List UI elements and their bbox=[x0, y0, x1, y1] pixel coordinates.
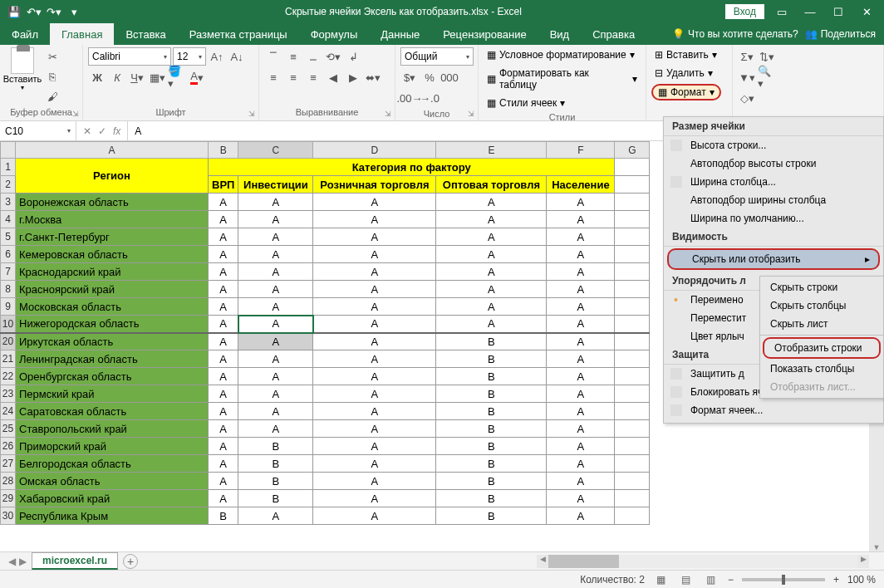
accounting-icon[interactable]: $▾ bbox=[400, 68, 419, 86]
tab-page-layout[interactable]: Разметка страницы bbox=[178, 23, 299, 45]
cell[interactable]: A bbox=[436, 194, 547, 211]
autosum-icon[interactable]: Σ▾ bbox=[738, 47, 756, 66]
cell[interactable]: A bbox=[436, 246, 547, 263]
cell[interactable]: A bbox=[209, 350, 238, 368]
cell[interactable]: A bbox=[238, 385, 313, 403]
cell[interactable] bbox=[615, 194, 650, 211]
cell[interactable] bbox=[615, 333, 650, 350]
copy-icon[interactable]: ⎘ bbox=[43, 67, 61, 86]
cell[interactable]: A bbox=[547, 263, 615, 281]
scroll-thumb[interactable] bbox=[548, 555, 619, 568]
cut-icon[interactable]: ✂ bbox=[43, 47, 61, 66]
cell[interactable]: A bbox=[313, 507, 436, 525]
cell[interactable]: A bbox=[209, 385, 238, 403]
zoom-out-icon[interactable]: − bbox=[728, 574, 734, 586]
cell[interactable]: A bbox=[238, 281, 313, 298]
cell-styles-button[interactable]: ▦Стили ячеек▾ bbox=[484, 96, 568, 110]
prev-sheet-icon[interactable]: ◀ bbox=[8, 556, 16, 567]
align-right-icon[interactable]: ≡ bbox=[304, 68, 322, 86]
increase-indent-icon[interactable]: ▶ bbox=[344, 68, 362, 86]
row-header[interactable]: 29 bbox=[1, 490, 16, 507]
ribbon-display-icon[interactable]: ▭ bbox=[771, 1, 793, 22]
cell[interactable]: A bbox=[547, 246, 615, 263]
column-header[interactable]: C bbox=[238, 142, 313, 159]
save-icon[interactable]: 💾 bbox=[7, 4, 22, 19]
decrease-font-icon[interactable]: A↓ bbox=[228, 47, 246, 66]
submenu-hide-sheet[interactable]: Скрыть лист bbox=[760, 315, 883, 333]
cell[interactable]: A bbox=[547, 228, 615, 246]
close-icon[interactable]: ✕ bbox=[856, 1, 877, 22]
align-center-icon[interactable]: ≡ bbox=[284, 68, 302, 86]
cell[interactable]: A bbox=[209, 194, 238, 211]
cell[interactable]: B bbox=[238, 473, 313, 490]
cell[interactable]: A bbox=[547, 333, 615, 350]
row-header[interactable]: 8 bbox=[1, 281, 16, 298]
align-middle-icon[interactable]: ≡ bbox=[284, 47, 302, 66]
italic-button[interactable]: К bbox=[108, 68, 126, 86]
cell[interactable]: Хабаровский край bbox=[16, 490, 209, 507]
cell[interactable]: A bbox=[313, 316, 436, 333]
enter-formula-icon[interactable]: ✓ bbox=[98, 125, 106, 137]
cell[interactable]: A bbox=[238, 194, 313, 211]
redo-icon[interactable]: ↷▾ bbox=[47, 4, 61, 19]
comma-icon[interactable]: 000 bbox=[440, 68, 459, 86]
cell[interactable]: A bbox=[209, 403, 238, 420]
cell[interactable]: A bbox=[547, 298, 615, 316]
cell[interactable]: A bbox=[313, 420, 436, 438]
share-button[interactable]: 👥 Поделиться bbox=[805, 28, 876, 40]
next-sheet-icon[interactable]: ▶ bbox=[19, 556, 27, 567]
cell[interactable]: B bbox=[436, 490, 547, 507]
cell[interactable] bbox=[615, 403, 650, 420]
submenu-unhide-sheet[interactable]: Отобразить лист... bbox=[760, 378, 883, 396]
cell[interactable]: A bbox=[209, 228, 238, 246]
bold-button[interactable]: Ж bbox=[88, 68, 106, 86]
cell[interactable]: Саратовская область bbox=[16, 403, 209, 420]
cell[interactable]: A bbox=[436, 263, 547, 281]
cell[interactable]: B bbox=[209, 507, 238, 525]
cell[interactable]: B bbox=[436, 333, 547, 350]
undo-icon[interactable]: ↶▾ bbox=[27, 4, 42, 19]
submenu-unhide-cols[interactable]: Показать столбцы bbox=[760, 360, 883, 378]
cell[interactable]: A bbox=[209, 333, 238, 350]
cell[interactable]: B bbox=[436, 455, 547, 473]
submenu-hide-rows[interactable]: Скрыть строки bbox=[760, 278, 883, 296]
row-header[interactable]: 21 bbox=[1, 350, 16, 368]
zoom-level[interactable]: 100 % bbox=[847, 574, 876, 586]
cell[interactable] bbox=[615, 246, 650, 263]
row-header[interactable]: 23 bbox=[1, 385, 16, 403]
row-header[interactable]: 6 bbox=[1, 246, 16, 263]
row-header[interactable]: 4 bbox=[1, 211, 16, 228]
page-layout-icon[interactable]: ▤ bbox=[678, 573, 695, 586]
cell[interactable]: Иркутская область bbox=[16, 333, 209, 350]
name-box[interactable]: C10▾ bbox=[0, 121, 76, 140]
tab-home[interactable]: Главная bbox=[50, 23, 114, 45]
fill-color-icon[interactable]: 🪣▾ bbox=[168, 68, 186, 86]
cell[interactable]: A bbox=[547, 211, 615, 228]
column-header[interactable]: G bbox=[615, 142, 650, 159]
increase-decimal-icon[interactable]: .00→ bbox=[400, 89, 419, 107]
column-header[interactable]: B bbox=[209, 142, 238, 159]
cell[interactable] bbox=[615, 316, 650, 333]
tab-help[interactable]: Справка bbox=[581, 23, 646, 45]
cell[interactable]: A bbox=[313, 438, 436, 455]
clear-icon[interactable]: ◇▾ bbox=[738, 89, 756, 107]
column-header[interactable]: E bbox=[436, 142, 547, 159]
cell[interactable] bbox=[615, 350, 650, 368]
cell[interactable]: A bbox=[436, 211, 547, 228]
cell[interactable]: A bbox=[547, 281, 615, 298]
cell[interactable]: A bbox=[313, 333, 436, 350]
cell[interactable]: Нижегородская область bbox=[16, 316, 209, 333]
sign-in-button[interactable]: Вход bbox=[725, 4, 764, 19]
cell[interactable]: A bbox=[547, 473, 615, 490]
cell[interactable]: A bbox=[313, 473, 436, 490]
cell[interactable]: A bbox=[313, 228, 436, 246]
minimize-icon[interactable]: — bbox=[799, 1, 821, 22]
cell[interactable]: B bbox=[436, 473, 547, 490]
menu-hide-unhide[interactable]: Скрыть или отобразить▸ bbox=[667, 248, 880, 270]
cell[interactable]: B bbox=[238, 490, 313, 507]
normal-view-icon[interactable]: ▦ bbox=[653, 573, 670, 586]
cell[interactable]: A bbox=[238, 263, 313, 281]
tab-review[interactable]: Рецензирование bbox=[431, 23, 538, 45]
align-launcher-icon[interactable]: ⇲ bbox=[383, 109, 393, 119]
row-header[interactable]: 24 bbox=[1, 403, 16, 420]
